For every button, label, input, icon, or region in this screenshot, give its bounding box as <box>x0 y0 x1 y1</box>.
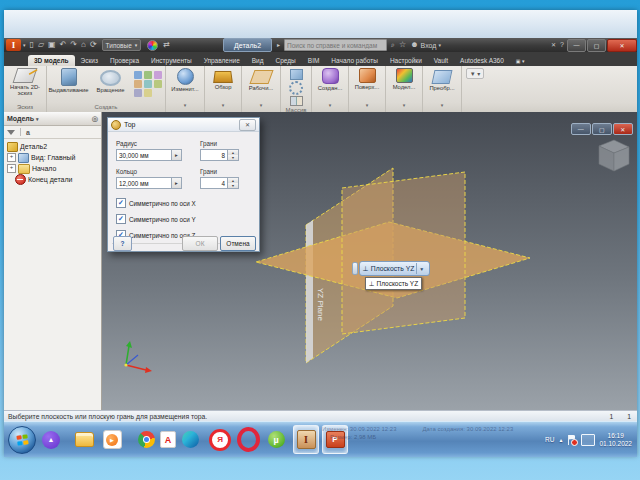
search-icon[interactable]: ⌕ <box>391 39 395 51</box>
faces-value-1[interactable]: 8 <box>200 149 228 161</box>
tree-item-part[interactable]: Деталь2 <box>7 141 101 152</box>
import-icon[interactable] <box>154 80 162 88</box>
dialog-cancel-button[interactable]: Отмена <box>220 236 256 251</box>
tab-get-started[interactable]: Начало работы <box>325 55 384 66</box>
taskbar-utorrent-icon[interactable]: µ <box>264 426 288 453</box>
chevron-right-icon[interactable]: ▸ <box>277 39 280 51</box>
doc-close-button[interactable]: ✕ <box>613 123 633 135</box>
circular-pattern-icon[interactable] <box>289 81 303 95</box>
undo-icon[interactable]: ↶ <box>60 39 67 51</box>
drag-handle[interactable] <box>352 262 358 275</box>
tab-settings[interactable]: Настройки <box>384 55 428 66</box>
chevron-down-icon[interactable]: ▾ <box>36 116 39 122</box>
switch-icon[interactable]: ⇄ <box>163 39 170 51</box>
surface-panel-button[interactable]: Поверх... <box>350 68 384 90</box>
help-search-input[interactable] <box>284 39 387 51</box>
expander-icon[interactable]: + <box>7 153 16 162</box>
spin-down-icon[interactable]: ▼ <box>228 183 238 188</box>
start-button[interactable] <box>8 426 36 454</box>
material-dropdown[interactable]: Типовые ▾ <box>102 39 142 51</box>
close-search-icon[interactable]: ✕ <box>551 39 556 51</box>
tree-item-view[interactable]: + Вид: Главный <box>7 152 101 163</box>
language-indicator[interactable]: RU <box>545 436 554 443</box>
taskbar-edge-icon[interactable] <box>178 426 202 453</box>
save-icon[interactable]: ▣ <box>48 39 56 51</box>
tree-item-origin[interactable]: + Начало <box>7 163 101 174</box>
taskbar-opera-icon[interactable] <box>236 426 260 453</box>
mesh-panel-button[interactable]: Модел... <box>387 68 421 90</box>
tab-manage[interactable]: Управление <box>198 55 246 66</box>
expander-icon[interactable]: + <box>7 164 16 173</box>
signin-label[interactable]: Вход <box>421 42 437 49</box>
radius-field[interactable]: 30,000 мм ▸ <box>116 149 182 161</box>
doc-minimize-button[interactable]: — <box>571 123 591 135</box>
revolve-button[interactable]: Вращение <box>92 68 130 93</box>
rib-icon[interactable] <box>144 89 152 97</box>
taskbar-chrome-icon[interactable] <box>134 426 158 453</box>
chevron-down-icon[interactable]: ▾ <box>23 39 26 51</box>
tab-sketch[interactable]: Эскиз <box>75 55 104 66</box>
taskbar-explorer-icon[interactable] <box>72 426 96 453</box>
home-icon[interactable]: ⌂ <box>81 39 86 51</box>
minimize-button[interactable]: — <box>567 39 586 52</box>
pin-icon[interactable]: ◎ <box>92 115 98 123</box>
chevron-down-icon[interactable]: ▾ <box>349 103 385 112</box>
taskbar-inventor-icon[interactable]: I <box>293 425 319 454</box>
tab-tools[interactable]: Инструменты <box>145 55 198 66</box>
loft-icon[interactable] <box>144 71 152 79</box>
tab-inspect[interactable]: Проверка <box>104 55 145 66</box>
group-label-create[interactable]: Создать <box>47 103 165 112</box>
find-icon[interactable]: a <box>26 129 30 136</box>
close-button[interactable]: ✕ <box>607 39 637 52</box>
work-plane-xy[interactable] <box>342 172 465 334</box>
chevron-down-icon[interactable]: ▾ <box>166 103 204 112</box>
tab-autodesk-a360[interactable]: Autodesk A360 <box>454 55 510 66</box>
symmetric-x-checkbox[interactable]: ✓ Симметрично по оси X <box>116 198 196 208</box>
tab-environments[interactable]: Среды <box>270 55 302 66</box>
modify-panel-button[interactable]: Изменит... <box>167 68 203 92</box>
document-tab[interactable]: Деталь2 <box>223 38 272 52</box>
dialog-help-button[interactable]: ? <box>113 236 132 251</box>
taskbar-yandex-browser-icon[interactable]: Я <box>208 426 232 453</box>
redo-icon[interactable]: ↷ <box>70 39 77 51</box>
user-icon[interactable]: ☻ <box>410 39 418 51</box>
action-center-flag-icon[interactable] <box>567 435 577 445</box>
tab-view[interactable]: Вид <box>246 55 270 66</box>
faces-spinner-2[interactable]: 4 ▲▼ <box>200 177 239 189</box>
faces-spinner-1[interactable]: 8 ▲▼ <box>200 149 239 161</box>
decal-icon[interactable] <box>134 89 142 97</box>
sweep-icon[interactable] <box>134 71 142 79</box>
ring-value[interactable]: 12,000 мм <box>116 177 172 189</box>
dialog-title-bar[interactable]: Тор ✕ <box>108 118 259 132</box>
selection-mini-toolbar[interactable]: ⊥ Плоскость YZ ▼ <box>352 262 431 275</box>
mirror-icon[interactable] <box>290 96 303 106</box>
chevron-down-icon[interactable]: ▾ <box>423 103 461 112</box>
dialog-close-button[interactable]: ✕ <box>239 119 256 131</box>
start-2d-sketch-button[interactable]: Начать 2D-эскиз <box>5 68 45 96</box>
flyout-arrow-icon[interactable]: ▸ <box>172 177 182 189</box>
taskbar-media-player-icon[interactable]: ▶ <box>100 426 124 453</box>
extrude-button[interactable]: Выдавливание <box>48 68 90 93</box>
open-file-icon[interactable]: ▱ <box>38 39 44 51</box>
tray-clock[interactable]: 16:19 01.10.2022 <box>599 432 632 448</box>
help-icon[interactable]: ? <box>560 39 564 51</box>
appearance-wheel-icon[interactable] <box>147 40 158 51</box>
tab-3d-model[interactable]: 3D модель <box>28 55 75 66</box>
ribbon-options-icon[interactable]: ▼ ▾ <box>466 68 485 79</box>
explore-panel-button[interactable]: Обзор <box>206 68 240 90</box>
doc-restore-button[interactable]: ▢ <box>592 123 612 135</box>
tab-vault[interactable]: Vault <box>428 55 454 66</box>
new-file-icon[interactable]: ▯ <box>30 39 34 51</box>
spin-down-icon[interactable]: ▼ <box>228 155 238 160</box>
create-mini-buttons[interactable] <box>134 71 163 97</box>
camera-icon[interactable]: ▣ ▾ <box>510 56 531 66</box>
flyout-arrow-icon[interactable]: ▸ <box>172 149 182 161</box>
chevron-down-icon[interactable]: ▾ <box>438 39 441 51</box>
dialog-ok-button[interactable]: ОК <box>182 236 218 251</box>
derive-icon[interactable] <box>144 80 152 88</box>
chevron-down-icon[interactable]: ▼ <box>416 263 426 274</box>
restore-button[interactable]: ▢ <box>587 39 606 52</box>
freeform-panel-button[interactable]: Создан... <box>313 68 347 91</box>
faces-value-2[interactable]: 4 <box>200 177 228 189</box>
refresh-icon[interactable]: ⟳ <box>90 39 97 51</box>
